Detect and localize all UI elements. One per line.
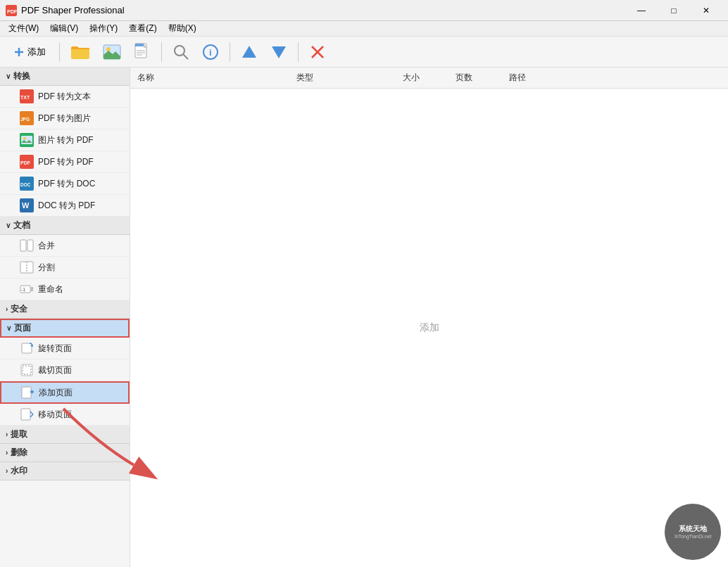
doc-to-pdf-icon: W [20,198,34,212]
svg-text:PDF: PDF [7,9,17,14]
toolbar: 添加 [0,37,728,68]
split-label: 分割 [38,262,55,274]
svg-marker-17 [272,46,286,58]
svg-point-12 [175,46,184,56]
doc-to-pdf-label: DOC 转为 PDF [38,200,95,212]
menu-edit[interactable]: 编辑(V) [44,21,84,36]
sidebar-item-add-page[interactable]: 添加页面 [0,381,130,404]
search-icon [172,44,189,60]
image-to-pdf-label: 图片 转为 PDF [38,134,94,146]
sidebar-item-image-to-pdf[interactable]: 图片 转为 PDF [0,129,130,151]
pdf-to-text-label: PDF 转为文本 [38,91,91,103]
pages-label: 页面 [14,322,31,334]
maximize-button[interactable]: □ [658,0,690,21]
menu-file[interactable]: 文件(W) [3,21,44,36]
delete-section-chevron: › [6,449,8,457]
document-chevron: ∨ [6,222,11,229]
sidebar-item-rotate-page[interactable]: 旋转页面 [0,338,130,359]
sidebar-section-watermark[interactable]: › 水印 [0,462,130,480]
title-bar: PDF PDF Shaper Professional — □ ✕ [0,0,728,21]
svg-text:DOC: DOC [20,182,31,187]
svg-rect-42 [22,343,32,353]
table-header: 名称 类型 大小 页数 路径 [130,68,728,89]
sidebar-item-pdf-to-image[interactable]: JPG PDF 转为图片 [0,108,130,129]
sidebar-item-pdf-to-pdf[interactable]: PDF PDF 转为 PDF [0,151,130,173]
sidebar-section-convert[interactable]: ∨ 转换 [0,68,130,86]
sidebar-item-pdf-to-text[interactable]: TXT PDF 转为文本 [0,86,130,108]
sidebar-section-pages[interactable]: ∨ 页面 [0,319,130,338]
toolbar-search-button[interactable] [168,39,194,65]
sidebar-section-extract[interactable]: › 提取 [0,426,130,444]
add-label: 添加 [27,46,46,58]
watermark-badge: 系统天地 XiTongTianDi.net [665,504,721,560]
convert-chevron: ∨ [6,72,11,80]
pdf-to-image-label: PDF 转为图片 [38,113,91,125]
toolbar-down-button[interactable] [265,39,292,65]
empty-label: 添加 [420,321,439,334]
svg-marker-16 [242,46,256,58]
sidebar-item-move-page[interactable]: 移动页面 [0,404,130,426]
toolbar-image-button[interactable] [98,39,126,65]
menu-view[interactable]: 查看(Z) [123,21,162,36]
sidebar-section-security[interactable]: › 安全 [0,300,130,319]
add-page-icon [20,386,34,400]
move-page-label: 移动页面 [38,409,72,421]
sidebar-section-document[interactable]: ∨ 文档 [0,217,130,235]
pdf-to-image-icon: JPG [20,111,34,125]
crop-page-label: 裁切页面 [38,364,72,376]
content-body: 添加 [130,89,728,567]
pdf-to-doc-icon: DOC [20,177,34,191]
sidebar-item-split[interactable]: 分割 [0,257,130,279]
col-path-header: 路径 [509,72,721,84]
svg-rect-8 [135,44,144,46]
toolbar-doc-button[interactable] [129,39,156,65]
up-arrow-icon [241,44,258,60]
sidebar-item-rename[interactable]: -1 重命名 [0,279,130,300]
sidebar-section-delete[interactable]: › 删除 [0,444,130,462]
merge-icon [20,238,34,253]
svg-rect-46 [22,387,31,398]
pdf-to-pdf-icon: PDF [20,155,34,169]
sidebar-item-pdf-to-doc[interactable]: DOC PDF 转为 DOC [0,173,130,195]
sidebar-item-merge[interactable]: 合并 [0,235,130,257]
sidebar-item-crop-page[interactable]: 裁切页面 [0,359,130,381]
rotate-page-label: 旋转页面 [38,343,72,355]
crop-page-icon [20,363,34,377]
menu-action[interactable]: 操作(Y) [84,21,123,36]
toolbar-separator-1 [59,42,60,62]
folder-icon [70,44,90,60]
document-items: 合并 分割 -1 [0,235,130,300]
svg-rect-34 [27,240,33,251]
title-bar-controls: — □ ✕ [625,0,722,21]
delete-icon [309,44,326,60]
image-to-pdf-icon [20,133,34,147]
toolbar-separator-4 [298,42,299,62]
app-title: PDF Shaper Professional [21,5,125,15]
toolbar-delete-button[interactable] [304,39,331,65]
watermark-text: 系统天地 XiTongTianDi.net [674,524,711,540]
pages-items: 旋转页面 裁切页面 添 [0,338,130,426]
plus-icon [13,46,25,58]
menu-help[interactable]: 帮助(X) [163,21,202,36]
toolbar-info-button[interactable]: i [197,39,224,65]
svg-text:-1: -1 [21,287,25,292]
svg-line-51 [30,414,33,417]
menu-bar: 文件(W) 编辑(V) 操作(Y) 查看(Z) 帮助(X) [0,21,728,37]
toolbar-folder-button[interactable] [65,39,95,65]
svg-text:PDF: PDF [20,160,31,165]
add-button[interactable]: 添加 [6,39,54,65]
minimize-button[interactable]: — [625,0,658,21]
pages-chevron: ∨ [6,324,11,332]
document-label: 文档 [13,219,30,231]
sidebar-item-doc-to-pdf[interactable]: W DOC 转为 PDF [0,195,130,217]
watermark-line2: XiTongTianDi.net [674,533,711,540]
svg-text:i: i [209,47,212,58]
add-page-label: 添加页面 [39,387,73,399]
svg-rect-25 [21,136,32,144]
close-button[interactable]: ✕ [690,0,722,21]
extract-label: 提取 [11,428,27,440]
svg-point-26 [23,137,26,140]
svg-line-50 [30,412,33,414]
toolbar-up-button[interactable] [236,39,263,65]
security-chevron: › [6,305,8,313]
